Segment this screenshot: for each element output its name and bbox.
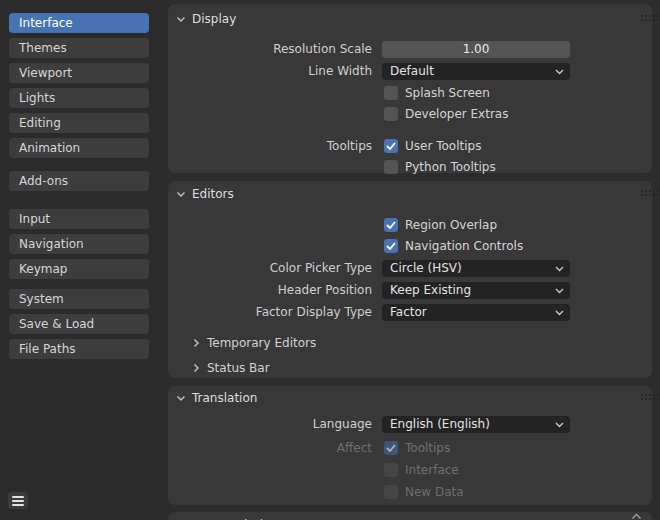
splash-screen-checkbox[interactable]: [384, 86, 398, 100]
line-width-value: Default: [390, 64, 434, 78]
subpanel-title: Status Bar: [207, 361, 270, 375]
language-value: English (English): [390, 417, 490, 431]
sidebar-item-keymap[interactable]: Keymap: [9, 259, 149, 279]
panel-title: Display: [192, 12, 236, 26]
sidebar-item-label: Interface: [19, 16, 73, 30]
sidebar-item-navigation[interactable]: Navigation: [9, 234, 149, 254]
sidebar-item-label: File Paths: [19, 342, 76, 356]
language-select[interactable]: English (English): [382, 416, 570, 433]
sidebar-item-label: Navigation: [19, 237, 84, 251]
color-picker-type-row: Color Picker Type Circle (HSV): [168, 260, 652, 277]
color-picker-type-label: Color Picker Type: [168, 260, 372, 277]
navigation-controls-checkbox[interactable]: [384, 239, 398, 253]
preferences-menu-button[interactable]: [8, 492, 28, 509]
hamburger-icon: [12, 496, 24, 506]
panel-title: Translation: [192, 391, 257, 405]
developer-extras-row: Developer Extras: [384, 107, 508, 121]
sidebar-item-label: Add-ons: [19, 174, 68, 188]
affect-interface-row: Interface: [384, 463, 459, 477]
affect-tooltips-checkbox[interactable]: [384, 441, 398, 455]
sidebar-item-input[interactable]: Input: [9, 209, 149, 229]
line-width-label: Line Width: [168, 63, 372, 80]
chevron-down-icon: [176, 191, 186, 198]
python-tooltips-label: Python Tooltips: [405, 160, 496, 174]
sidebar-item-label: Save & Load: [19, 317, 94, 331]
affect-interface-label: Interface: [405, 463, 459, 477]
chevron-down-icon: [555, 69, 564, 75]
panel-drag-grip-icon[interactable]: [641, 15, 643, 17]
color-picker-type-value: Circle (HSV): [390, 261, 462, 275]
sidebar-item-viewport[interactable]: Viewport: [9, 63, 149, 83]
status-bar-subpanel-header[interactable]: Status Bar: [193, 360, 270, 376]
splash-screen-label: Splash Screen: [405, 86, 490, 100]
chevron-down-icon: [555, 266, 564, 272]
affect-label: Affect: [168, 441, 372, 455]
chevron-right-icon: [193, 338, 200, 348]
chevron-up-icon: [631, 513, 642, 520]
temporary-editors-subpanel-header[interactable]: Temporary Editors: [193, 335, 316, 351]
sidebar-item-lights[interactable]: Lights: [9, 88, 149, 108]
chevron-down-icon: [176, 16, 186, 23]
sidebar-item-label: System: [19, 292, 64, 306]
sidebar-item-label: Input: [19, 212, 50, 226]
factor-display-type-value: Factor: [390, 305, 427, 319]
header-position-label: Header Position: [168, 282, 372, 299]
check-icon: [386, 242, 396, 250]
editors-panel-header[interactable]: Editors: [176, 185, 234, 203]
sidebar-item-save-load[interactable]: Save & Load: [9, 314, 149, 334]
sidebar-item-label: Editing: [19, 116, 61, 130]
header-position-select[interactable]: Keep Existing: [382, 282, 570, 299]
python-tooltips-checkbox[interactable]: [384, 160, 398, 174]
chevron-down-icon: [555, 310, 564, 316]
sidebar-item-addons[interactable]: Add-ons: [9, 171, 149, 191]
sidebar-item-themes[interactable]: Themes: [9, 38, 149, 58]
sidebar-item-animation[interactable]: Animation: [9, 138, 149, 158]
sidebar-item-interface[interactable]: Interface: [9, 13, 149, 33]
chevron-right-icon: [193, 363, 200, 373]
text-rendering-panel-header[interactable]: Text Rendering: [176, 516, 278, 520]
display-panel-header[interactable]: Display: [176, 10, 236, 28]
tooltips-label: Tooltips: [168, 139, 372, 153]
panel-drag-grip-icon[interactable]: [641, 190, 643, 192]
affect-tooltips-label: Tooltips: [405, 441, 450, 455]
resolution-scale-label: Resolution Scale: [168, 41, 372, 58]
user-tooltips-checkbox[interactable]: [384, 139, 398, 153]
panel-drag-grip-icon[interactable]: [641, 394, 643, 396]
splash-screen-row: Splash Screen: [384, 86, 490, 100]
line-width-row: Line Width Default: [168, 63, 652, 80]
developer-extras-checkbox[interactable]: [384, 107, 398, 121]
affect-new-data-label: New Data: [405, 485, 464, 499]
sidebar-item-label: Viewport: [19, 66, 72, 80]
panel-title: Editors: [192, 187, 234, 201]
developer-extras-label: Developer Extras: [405, 107, 508, 121]
user-tooltips-label: User Tooltips: [405, 139, 481, 153]
sidebar-item-label: Animation: [19, 141, 80, 155]
navigation-controls-label: Navigation Controls: [405, 239, 523, 253]
factor-display-type-label: Factor Display Type: [168, 304, 372, 321]
sidebar-item-file-paths[interactable]: File Paths: [9, 339, 149, 359]
sidebar-item-editing[interactable]: Editing: [9, 113, 149, 133]
translation-panel: Translation Language English (English) A…: [168, 386, 652, 505]
translation-panel-header[interactable]: Translation: [176, 389, 257, 407]
preferences-nav-sidebar: Interface Themes Viewport Lights Editing…: [0, 0, 160, 520]
header-position-value: Keep Existing: [390, 283, 471, 297]
sidebar-item-label: Keymap: [19, 262, 67, 276]
sidebar-item-label: Lights: [19, 91, 55, 105]
factor-display-type-select[interactable]: Factor: [382, 304, 570, 321]
chevron-down-icon: [555, 288, 564, 294]
chevron-down-icon: [555, 422, 564, 428]
navigation-controls-row: Navigation Controls: [384, 239, 523, 253]
check-icon: [386, 142, 396, 150]
line-width-select[interactable]: Default: [382, 63, 570, 80]
region-overlap-checkbox[interactable]: [384, 218, 398, 232]
check-icon: [386, 444, 396, 452]
subpanel-title: Temporary Editors: [207, 336, 316, 350]
resolution-scale-field[interactable]: 1.00: [382, 41, 570, 58]
user-tooltips-row: User Tooltips: [384, 139, 481, 153]
sidebar-item-system[interactable]: System: [9, 289, 149, 309]
affect-new-data-checkbox[interactable]: [384, 485, 398, 499]
color-picker-type-select[interactable]: Circle (HSV): [382, 260, 570, 277]
python-tooltips-row: Python Tooltips: [384, 160, 496, 174]
affect-interface-checkbox[interactable]: [384, 463, 398, 477]
text-rendering-panel-partial[interactable]: Text Rendering: [168, 512, 652, 520]
